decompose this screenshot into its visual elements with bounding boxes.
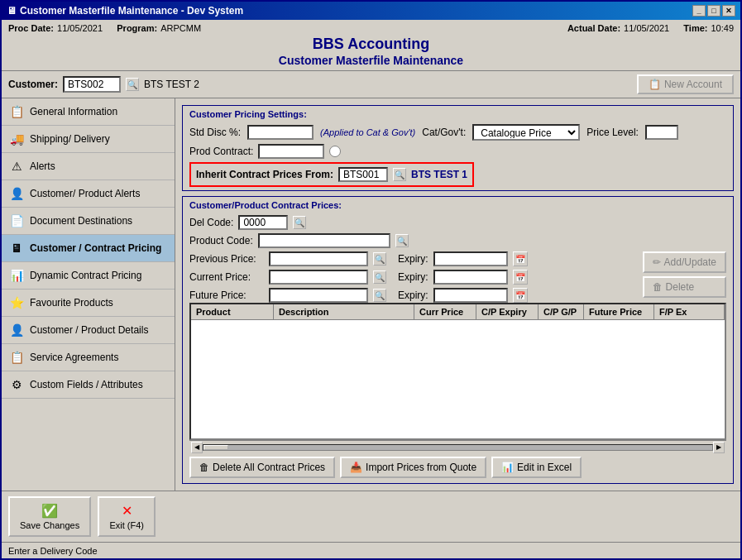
save-label: Save Changes [20,520,79,530]
window-icon: 🖥 [7,5,17,17]
delete-label: Delete [666,281,695,293]
table-header: Product Description Curr Price C/P Expir… [191,304,725,320]
col-curr-price: Curr Price [414,304,476,319]
customer-id-input[interactable] [63,76,121,93]
col-description: Description [274,304,414,319]
prod-contract-checkbox[interactable] [329,146,341,157]
product-code-search-button[interactable]: 🔍 [395,234,409,247]
right-panel: Customer Pricing Settings: Std Disc %: (… [175,98,740,491]
cat-gov-label: Cat/Gov't: [422,127,466,138]
prod-contract-input[interactable] [258,144,324,159]
previous-expiry-calendar[interactable]: 📅 [513,251,528,266]
sidebar-item-custom-fields-attributes[interactable]: ⚙ Custom Fields / Attributes [2,371,175,399]
scroll-track [203,444,713,451]
del-code-search-button[interactable]: 🔍 [293,216,306,229]
footer-actions: ✅ Save Changes ✕ Exit (F4) [2,491,740,542]
status-bar: Enter a Delivery Code [2,542,740,558]
delete-button[interactable]: 🗑 Delete [643,276,726,298]
add-update-icon: ✏ [653,256,661,268]
import-prices-from-quote-button[interactable]: 📥 Import Prices from Quote [340,457,486,478]
add-update-label: Add/Update [664,256,716,268]
customer-name: BTS TEST 2 [144,79,199,90]
sidebar-item-dynamic-contract-pricing[interactable]: 📊 Dynamic Contract Pricing [2,262,175,290]
app-title: BBS Accounting [8,35,734,54]
sidebar-item-customer-product-alerts[interactable]: 👤 Customer/ Product Alerts [2,180,175,208]
maximize-button[interactable]: □ [707,5,720,17]
product-code-label: Product Code: [189,235,253,246]
scroll-left-button[interactable]: ◀ [191,442,203,453]
future-price-label: Future Price: [189,290,264,301]
sidebar-item-label: Document Destinations [30,215,132,227]
sidebar: 📋 General Information 🚚 Shipping/ Delive… [2,98,175,491]
sidebar-item-alerts[interactable]: ⚠ Alerts [2,153,175,180]
proc-date-label: Proc Date: [8,23,54,33]
sidebar-item-label: Favourite Products [30,297,113,309]
future-price-search[interactable]: 🔍 [373,289,386,302]
add-update-button[interactable]: ✏ Add/Update [643,251,726,273]
save-changes-button[interactable]: ✅ Save Changes [8,496,91,537]
future-expiry-calendar[interactable]: 📅 [513,288,528,303]
std-disc-input[interactable] [247,125,314,140]
sidebar-item-label: Customer/ Product Alerts [30,188,140,199]
col-future-price: Future Price [584,304,654,319]
app-subtitle: Customer Masterfile Maintenance [8,54,734,67]
future-price-input[interactable] [269,288,368,303]
sidebar-item-shipping-delivery[interactable]: 🚚 Shipping/ Delivery [2,126,175,153]
inherit-search-button[interactable]: 🔍 [393,168,406,181]
time-value: 10:49 [711,23,734,33]
cat-gov-select[interactable]: Catalogue Price Contract Price Lowest Pr… [472,124,580,141]
sidebar-item-favourite-products[interactable]: ⭐ Favourite Products [2,290,175,317]
new-account-label: New Account [664,79,722,90]
close-button[interactable]: ✕ [722,5,735,17]
product-code-row: Product Code: 🔍 [189,233,726,248]
exit-button[interactable]: ✕ Exit (F4) [98,496,156,537]
sidebar-item-label: Customer / Contract Pricing [30,242,161,254]
sidebar-item-customer-product-details[interactable]: 👤 Customer / Product Details [2,317,175,344]
pricing-settings-box: Customer Pricing Settings: Std Disc %: (… [182,105,734,191]
sidebar-item-document-destinations[interactable]: 📄 Document Destinations [2,208,175,235]
alerts-icon: ⚠ [8,158,25,175]
current-expiry-label: Expiry: [398,271,428,283]
pricing-settings-title: Customer Pricing Settings: [189,109,726,119]
current-price-input[interactable] [269,270,368,285]
minimize-button[interactable]: _ [692,5,706,17]
del-code-row: Del Code: 🔍 [189,215,726,230]
previous-price-search[interactable]: 🔍 [373,252,386,266]
prod-contract-label: Prod Contract: [189,146,253,157]
edit-in-excel-button[interactable]: 📊 Edit in Excel [491,457,582,478]
sidebar-item-customer-contract-pricing[interactable]: 🖥 Customer / Contract Pricing [2,235,175,262]
sidebar-item-general-information[interactable]: 📋 General Information [2,98,175,126]
product-code-input[interactable] [258,233,390,248]
main-content: 📋 General Information 🚚 Shipping/ Delive… [2,98,740,491]
current-expiry-calendar[interactable]: 📅 [513,270,528,285]
del-code-input[interactable] [238,215,288,230]
future-expiry-input[interactable] [433,288,508,303]
import-icon: 📥 [350,462,362,473]
customer-search-button[interactable]: 🔍 [126,78,139,91]
service-agreements-icon: 📋 [8,349,25,366]
sidebar-item-label: General Information [30,106,117,117]
scroll-right-button[interactable]: ▶ [713,442,725,453]
current-price-row: Current Price: 🔍 Expiry: 📅 [189,270,630,285]
future-price-row: Future Price: 🔍 Expiry: 📅 [189,288,630,303]
document-destinations-icon: 📄 [8,213,25,229]
price-level-input[interactable] [645,125,678,140]
previous-price-input[interactable] [269,251,368,266]
inherit-row: Inherit Contract Prices From: 🔍 BTS TEST… [189,162,474,187]
std-disc-label: Std Disc %: [189,127,241,138]
prices-section: Previous Price: 🔍 Expiry: 📅 Current Pric… [189,251,726,303]
delete-all-contract-prices-button[interactable]: 🗑 Delete All Contract Prices [189,457,335,478]
previous-expiry-input[interactable] [433,251,508,266]
customer-product-alerts-icon: 👤 [8,185,25,202]
new-account-button[interactable]: 📋 New Account [637,74,734,94]
inherit-id-input[interactable] [338,167,388,182]
customer-bar: Customer: 🔍 BTS TEST 2 📋 New Account [2,71,740,98]
bottom-buttons-row: 🗑 Delete All Contract Prices 📥 Import Pr… [189,453,726,480]
horizontal-scrollbar[interactable]: ◀ ▶ [189,440,726,453]
current-price-search[interactable]: 🔍 [373,270,386,284]
scroll-thumb[interactable] [203,445,228,450]
sidebar-item-service-agreements[interactable]: 📋 Service Agreements [2,344,175,371]
proc-date-value: 11/05/2021 [57,23,103,33]
customer-label: Customer: [8,79,58,90]
current-expiry-input[interactable] [433,270,508,285]
